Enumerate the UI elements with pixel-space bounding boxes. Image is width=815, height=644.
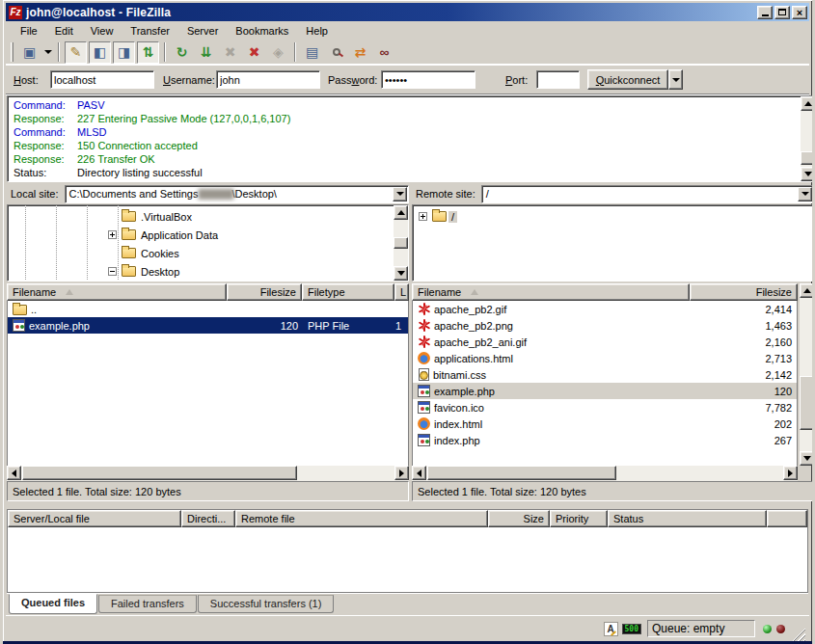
quickconnect-button[interactable]: Quickconnect <box>587 69 668 90</box>
column-header-l[interactable]: L <box>394 283 409 301</box>
column-header-filesize[interactable]: Filesize <box>690 283 798 301</box>
scroll-up-button[interactable] <box>800 283 814 298</box>
close-button[interactable]: × <box>792 6 807 19</box>
toggle-remote-tree-button[interactable]: ◨ <box>113 41 135 64</box>
menu-view[interactable]: View <box>82 23 122 39</box>
menu-file[interactable]: File <box>12 23 46 39</box>
remote-site-dropdown-button[interactable] <box>798 187 812 201</box>
scroll-right-button[interactable] <box>783 466 798 480</box>
scroll-up-button[interactable] <box>394 205 408 220</box>
scroll-thumb[interactable] <box>22 466 297 480</box>
log-type-label: Command: <box>14 125 77 139</box>
remote-vertical-scrollbar[interactable] <box>798 283 814 466</box>
tree-scrollbar[interactable] <box>394 205 408 281</box>
toggle-local-tree-button[interactable]: ◧ <box>89 41 111 64</box>
tree-item-application-data[interactable]: Application Data <box>108 226 221 244</box>
scroll-down-button[interactable] <box>800 451 814 466</box>
file-row-apache-pb2-gif[interactable]: apache_pb2.gif2,414 <box>413 301 797 317</box>
log-line: Response:226 Transfer OK <box>8 152 815 166</box>
remote-horizontal-scrollbar[interactable] <box>412 466 798 481</box>
column-header-filetype[interactable]: Filetype <box>302 283 394 301</box>
open-site-manager-button[interactable]: ▣ <box>18 41 41 64</box>
scroll-up-button[interactable] <box>801 96 815 111</box>
menu-bookmarks[interactable]: Bookmarks <box>227 23 297 39</box>
reconnect-button[interactable]: ◈ <box>267 41 289 64</box>
queue-column-size[interactable]: Size <box>488 510 550 527</box>
disconnect-button[interactable]: ✖ <box>243 41 265 64</box>
username-input[interactable] <box>216 70 320 89</box>
toolbar-separator <box>164 42 166 62</box>
tree-item-desktop[interactable]: Desktop <box>108 262 182 281</box>
log-scrollbar[interactable] <box>801 96 815 181</box>
quickconnect-dropdown-button[interactable] <box>668 69 683 90</box>
queue-column-directi-[interactable]: Directi... <box>181 510 235 527</box>
queue-column-status[interactable]: Status <box>608 510 767 527</box>
menu-edit[interactable]: Edit <box>46 23 82 39</box>
site-manager-dropdown-button[interactable] <box>41 41 54 64</box>
tree-item--[interactable]: / <box>419 207 457 226</box>
scroll-down-button[interactable] <box>394 266 408 281</box>
expand-icon[interactable] <box>419 212 427 221</box>
cancel-operation-button[interactable]: ✖ <box>219 41 241 64</box>
synchronized-browsing-button[interactable]: ⇄ <box>349 41 371 64</box>
queue-column-server-local-file[interactable]: Server/Local file <box>8 510 181 527</box>
minimize-button[interactable] <box>757 6 773 19</box>
menu-help[interactable]: Help <box>297 23 337 39</box>
scroll-thumb[interactable] <box>801 151 815 165</box>
password-input[interactable] <box>381 70 475 89</box>
local-site-combo[interactable]: C:\Documents and Settings████████\Deskto… <box>65 185 409 203</box>
file-row-apache-pb2-ani-gif[interactable]: apache_pb2_ani.gif2,160 <box>413 334 797 350</box>
scroll-thumb[interactable] <box>427 466 616 480</box>
folder-icon <box>122 266 136 277</box>
scroll-thumb[interactable] <box>394 237 408 249</box>
triangle-up-icon <box>803 288 811 293</box>
file-row-applications-html[interactable]: applications.html2,713 <box>413 350 797 366</box>
scroll-left-button[interactable] <box>7 466 21 480</box>
host-input[interactable] <box>50 70 154 89</box>
file-row-bitnami-css[interactable]: bitnami.css2,142 <box>413 366 797 383</box>
directory-comparison-button[interactable]: ▤ <box>301 41 323 64</box>
tab-queued-files[interactable]: Queued files <box>9 594 97 614</box>
column-header-filename[interactable]: Filename <box>412 283 690 301</box>
file-row-index-html[interactable]: index.html202 <box>413 416 797 432</box>
log-message: Directory listing successful <box>77 167 203 178</box>
file-row-favicon-ico[interactable]: favicon.ico7,782 <box>413 399 797 416</box>
toggle-message-log-button[interactable]: ✎ <box>65 41 87 64</box>
scroll-down-button[interactable] <box>801 167 815 181</box>
file-row-apache-pb2-png[interactable]: apache_pb2.png1,463 <box>413 317 797 334</box>
file-row-index-php[interactable]: index.php267 <box>413 432 797 448</box>
queue-column-priority[interactable]: Priority <box>550 510 608 527</box>
scroll-thumb[interactable] <box>800 376 814 430</box>
resize-grip[interactable] <box>792 628 805 641</box>
speedlimit-indicator-icon[interactable]: 500 <box>622 624 641 634</box>
expand-icon[interactable] <box>108 230 117 239</box>
file-row-example-php[interactable]: example.php120PHP File1 <box>8 317 408 334</box>
toolbar-grip[interactable] <box>11 42 14 62</box>
menu-server[interactable]: Server <box>178 23 227 39</box>
maximize-button[interactable] <box>774 6 790 19</box>
toggle-transfer-queue-button[interactable]: ⇅ <box>137 41 159 64</box>
collapse-icon[interactable] <box>108 267 117 276</box>
tree-item-cookies[interactable]: Cookies <box>108 244 182 262</box>
scroll-left-button[interactable] <box>412 466 426 480</box>
local-site-dropdown-button[interactable] <box>393 187 407 201</box>
find-files-button[interactable]: ∞ <box>373 41 395 64</box>
port-input[interactable] <box>536 70 580 89</box>
column-header-filesize[interactable]: Filesize <box>227 283 302 301</box>
tab-successful-transfers-1-[interactable]: Successful transfers (1) <box>198 595 335 613</box>
filename-filters-button[interactable] <box>325 41 347 64</box>
local-horizontal-scrollbar[interactable] <box>7 466 409 481</box>
column-header-filename[interactable]: Filename <box>7 283 227 301</box>
queue-column-remote-file[interactable]: Remote file <box>235 510 488 527</box>
menu-transfer[interactable]: Transfer <box>122 23 178 39</box>
chevron-down-icon <box>396 192 404 196</box>
tree-item--virtualbox[interactable]: .VirtualBox <box>108 207 195 226</box>
remote-site-combo[interactable]: / <box>481 185 814 203</box>
scroll-right-button[interactable] <box>394 466 409 480</box>
process-queue-button[interactable]: ⇊ <box>195 41 217 64</box>
file-row--[interactable]: .. <box>8 301 408 317</box>
file-row-example-php[interactable]: example.php120 <box>413 383 797 399</box>
transfer-type-indicator-icon[interactable]: A <box>604 622 618 636</box>
refresh-button[interactable]: ↻ <box>171 41 193 64</box>
tab-failed-transfers[interactable]: Failed transfers <box>98 595 197 613</box>
